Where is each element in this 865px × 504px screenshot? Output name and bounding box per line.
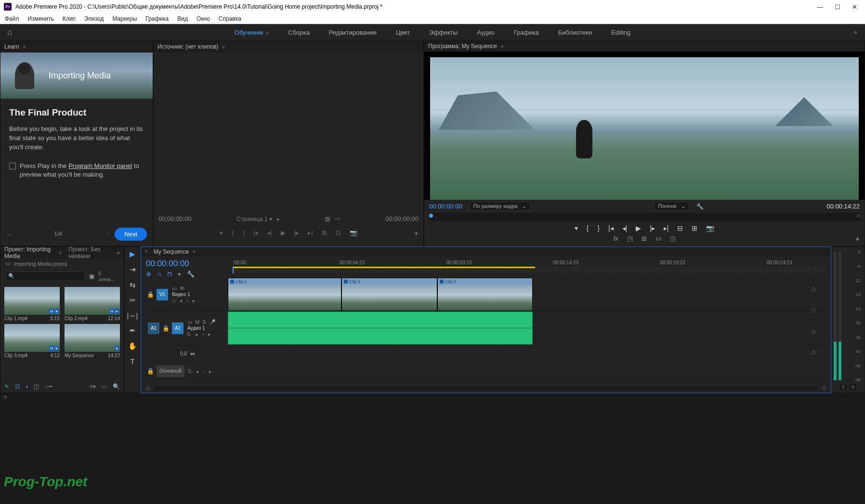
hand-tool-icon[interactable]: ✋ — [128, 342, 137, 350]
audio-clip[interactable] — [228, 311, 533, 345]
source-add-button[interactable]: + — [414, 229, 419, 238]
razor-tool-icon[interactable]: ✂ — [130, 296, 136, 305]
new-bin-icon[interactable]: ▣ — [89, 273, 94, 280]
out-icon[interactable]: } — [597, 224, 600, 232]
timeline-ruler[interactable]: :00:00 00:00:04:23 00:00:09:23 00:00:14:… — [233, 259, 826, 278]
magnet-icon[interactable]: ∩ — [157, 271, 161, 278]
clip-item[interactable]: H▸Clip 1.mp45:15 — [4, 287, 60, 321]
timeline-playhead[interactable] — [233, 267, 234, 273]
camera-icon[interactable]: 📷 — [706, 224, 714, 232]
goto-out-icon[interactable]: ▸| — [664, 224, 669, 232]
learn-menu-icon[interactable]: ≡ — [23, 44, 26, 50]
program-monitor-link[interactable]: Program Monitor panel — [68, 162, 132, 169]
zoom-fit-dropdown[interactable]: По размеру кадра ⌄ — [469, 202, 531, 211]
close-button[interactable]: ✕ — [852, 3, 857, 11]
menu-edit[interactable]: Изменить — [28, 15, 54, 22]
v1-track[interactable]: Clip 1 Clip 3 Clip 2 — [228, 278, 826, 311]
ws-overflow[interactable]: » — [846, 29, 865, 36]
menu-sequence[interactable]: Эпизод — [84, 15, 104, 22]
source-tab[interactable]: Источник: (нет клипов) — [157, 43, 218, 50]
ws-color[interactable]: Цвет — [396, 29, 410, 36]
lock-icon[interactable]: 🔒 — [146, 291, 155, 298]
wrench-icon[interactable]: 🔧 — [187, 271, 195, 278]
timeline-menu-icon[interactable]: ≡ — [193, 249, 196, 254]
icon-view-icon[interactable]: ▪ — [26, 383, 28, 390]
minimize-button[interactable]: — — [817, 3, 823, 11]
pen-tool-icon[interactable]: ✒ — [130, 326, 136, 335]
proxy-icon[interactable]: ▭ — [655, 235, 661, 242]
project-tab-menu[interactable]: ≡ — [59, 250, 62, 256]
mute-icon[interactable]: ▭ — [187, 319, 192, 325]
menu-markers[interactable]: Маркеры — [112, 15, 137, 22]
overwrite-icon[interactable]: ⊟ — [336, 229, 341, 236]
project-tab-2[interactable]: Проект: Без названи — [68, 246, 110, 259]
a1-source-tag[interactable]: A1 — [148, 323, 159, 334]
bracket-out-icon[interactable]: } — [243, 229, 245, 236]
lift-icon[interactable]: ⊟ — [677, 224, 683, 232]
bracket-in-icon[interactable]: { — [232, 229, 234, 236]
video-clip[interactable]: Clip 2 — [437, 278, 533, 311]
master-header[interactable]: 🔒 Основной 0,◂○▸ — [146, 362, 228, 380]
export-frame-icon[interactable]: 📷 — [350, 229, 357, 236]
step-fwd-icon[interactable]: |▸ — [294, 229, 299, 236]
sort-icon[interactable]: ≡▾ — [90, 383, 96, 390]
source-page-dropdown[interactable]: Страница 1 ▾ ▸ — [236, 216, 280, 222]
timeline-tab[interactable]: My Sequence — [154, 248, 189, 255]
source-monitor[interactable] — [154, 52, 423, 212]
learn-up-button[interactable]: ︿ — [6, 230, 12, 238]
menu-window[interactable]: Окно — [197, 15, 210, 22]
lock-icon[interactable]: 🔒 — [161, 325, 170, 332]
ws-editing-ru[interactable]: Редактирование — [329, 29, 377, 36]
solo-l[interactable]: S — [840, 384, 847, 390]
program-tc[interactable]: 00:00:00:00 — [429, 203, 462, 210]
selection-tool-icon[interactable]: ▶ — [130, 250, 135, 258]
solo-r[interactable]: S — [850, 384, 856, 390]
settings-icon[interactable]: 🔧 — [696, 203, 704, 210]
master-track[interactable] — [228, 362, 826, 380]
mic-icon[interactable]: 🎤 — [209, 319, 216, 325]
project-search-input[interactable] — [5, 271, 85, 281]
zoom-slider[interactable]: ○━ — [45, 383, 52, 390]
video-clip[interactable]: Clip 3 — [341, 278, 437, 311]
grid-icon[interactable]: ⊞ — [642, 235, 647, 242]
maximize-button[interactable]: ☐ — [835, 3, 840, 11]
timeline-tracks[interactable]: Clip 1 Clip 3 Clip 2 — [228, 278, 826, 380]
clip-item[interactable]: H▸Clip 3.mp44:12 — [4, 324, 60, 358]
skip-icon[interactable]: ⏭ — [191, 351, 196, 356]
find-icon[interactable]: 🔍 — [113, 383, 120, 390]
ws-libraries[interactable]: Библиотеки — [558, 29, 592, 36]
clip-item[interactable]: H▸Clip 2.mp412:14 — [65, 287, 120, 321]
menu-clip[interactable]: Клип — [63, 15, 76, 22]
program-play-icon[interactable]: ▶ — [636, 224, 641, 232]
learn-next-button[interactable]: Next — [115, 228, 147, 241]
close-seq-icon[interactable]: × — [145, 249, 148, 254]
linked-icon[interactable]: ⊓ — [167, 271, 172, 278]
a1-header[interactable]: A1 🔒 A1 ▭MS🎤 Аудио 1 0,◂○▸ — [146, 311, 228, 345]
program-monitor[interactable] — [424, 52, 865, 200]
source-tc-in[interactable]: 00;00;00;00 — [158, 215, 192, 222]
a1-track[interactable] — [228, 311, 826, 345]
menu-view[interactable]: Вид — [177, 15, 188, 22]
output-icon[interactable]: ↦ — [335, 215, 341, 222]
snap-icon[interactable]: ※ — [146, 271, 151, 278]
marker-icon[interactable]: ▾ — [575, 224, 578, 232]
notifications-icon[interactable]: ◔ — [3, 394, 7, 400]
fx-icon[interactable]: fx — [613, 235, 618, 242]
v1-header[interactable]: 🔒 V1 ▭👁 Видео 1 ◇◂○▸ — [146, 278, 228, 311]
home-button[interactable]: ⌂ — [0, 28, 19, 37]
list-view-icon[interactable]: ☷ — [15, 383, 20, 390]
timeline-tc[interactable]: 00:00:00:00 — [146, 259, 228, 269]
menu-file[interactable]: Файл — [5, 15, 19, 22]
a1-tag[interactable]: A1 — [172, 323, 183, 334]
vr-icon[interactable]: ◫ — [670, 235, 676, 242]
learn-prev-button[interactable]: 〈 — [104, 230, 110, 238]
program-tab[interactable]: Программа: My Sequence — [428, 43, 497, 50]
mark-in-icon[interactable]: ▾ — [220, 229, 223, 236]
program-add-button[interactable]: + — [855, 235, 860, 244]
safe-margins-icon[interactable]: ▦ — [325, 215, 330, 222]
ws-graphics[interactable]: Графика — [514, 29, 539, 36]
play-icon[interactable]: ▶ — [281, 229, 286, 236]
ws-learning[interactable]: Обучение≡ — [235, 29, 269, 36]
project-overflow[interactable]: » — [117, 249, 120, 256]
playhead-icon[interactable] — [429, 214, 433, 218]
